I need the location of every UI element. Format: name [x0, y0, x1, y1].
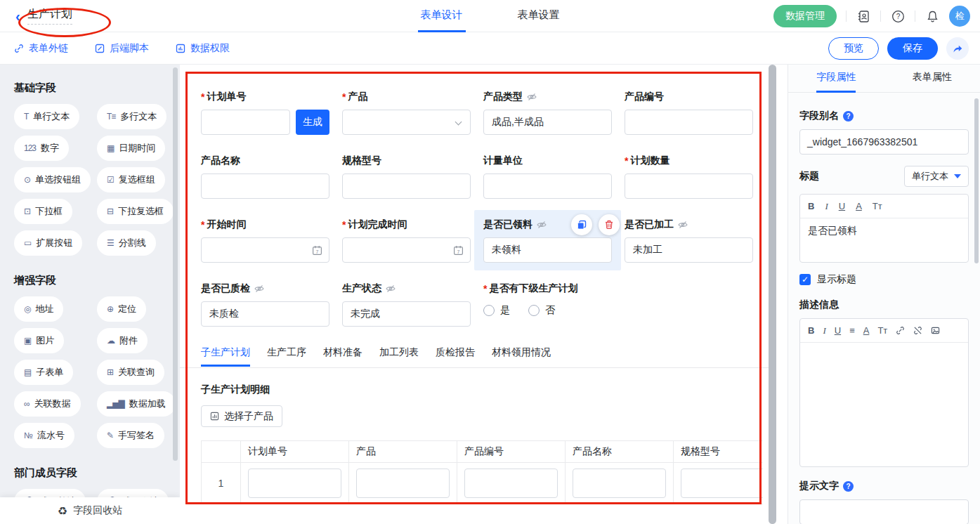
help-icon[interactable]: ?	[890, 8, 906, 24]
tab-field-properties[interactable]: 字段属性	[788, 65, 884, 92]
sidebar-item-dropdown[interactable]: ⊡下拉框	[14, 199, 72, 224]
row-product-code-input[interactable]	[464, 469, 558, 498]
avatar[interactable]: 检	[949, 6, 970, 27]
field-start-time[interactable]: *开始时间 7	[201, 218, 329, 263]
tab-form-design[interactable]: 表单设计	[418, 0, 466, 32]
show-title-checkbox-row[interactable]: ✓ 显示标题	[799, 273, 969, 286]
sidebar-item-subform[interactable]: ▤子表单	[14, 360, 73, 385]
external-link-action[interactable]: 表单外链	[14, 42, 68, 55]
font-color-icon[interactable]: A	[863, 325, 870, 336]
sidebar-item-radio-group[interactable]: ⊙单选按钮组	[14, 167, 91, 192]
checkbox-checked-icon[interactable]: ✓	[799, 274, 811, 285]
field-processed[interactable]: 是否已加工 未加工	[625, 218, 753, 263]
production-status-input[interactable]: 未完成	[342, 301, 471, 327]
field-product[interactable]: *产品	[342, 90, 471, 135]
title-editor-content[interactable]: 是否已领料	[800, 218, 968, 262]
subtab-material-preparation[interactable]: 材料准备	[323, 346, 362, 367]
italic-icon[interactable]: I	[823, 325, 825, 336]
field-unit[interactable]: 计量单位	[483, 154, 612, 199]
row-product-name-input[interactable]	[573, 469, 666, 498]
sidebar-item-signature[interactable]: ✎手写签名	[97, 423, 164, 448]
properties-scrollbar[interactable]	[974, 98, 979, 263]
field-product-code[interactable]: 产品编号	[625, 90, 753, 135]
radio-option-no[interactable]: 否	[528, 304, 555, 317]
field-product-name[interactable]: 产品名称	[201, 154, 329, 199]
subtab-processing-list[interactable]: 加工列表	[379, 346, 419, 367]
sidebar-item-attachment[interactable]: ☁附件	[97, 328, 148, 353]
bell-icon[interactable]	[925, 8, 940, 24]
align-icon[interactable]: ≡	[849, 325, 855, 336]
field-alias-input[interactable]: _widget_1667963382501	[799, 129, 969, 155]
unlink-icon[interactable]	[913, 326, 922, 335]
sidebar-item-serial-number[interactable]: №流水号	[14, 423, 74, 448]
sidebar-item-address[interactable]: ◎地址	[14, 296, 63, 322]
data-permission-action[interactable]: 数据权限	[176, 42, 230, 55]
font-color-icon[interactable]: A	[856, 201, 862, 211]
tab-form-properties[interactable]: 表单属性	[884, 65, 980, 92]
tab-form-settings[interactable]: 表单设置	[515, 0, 563, 32]
font-size-icon[interactable]: Tт	[877, 325, 887, 336]
save-button[interactable]: 保存	[887, 37, 938, 60]
sidebar-item-checkbox-group[interactable]: ☑复选框组	[97, 167, 165, 192]
field-plan-finish-time[interactable]: *计划完成时间 7	[342, 218, 471, 263]
canvas-scrollbar[interactable]	[769, 65, 776, 524]
plan-finish-time-input[interactable]: 7	[342, 237, 471, 263]
subtab-sub-production-plan[interactable]: 子生产计划	[201, 346, 250, 367]
sidebar-item-image[interactable]: ▣图片	[14, 328, 64, 353]
start-time-input[interactable]: 7	[201, 237, 329, 263]
sidebar-item-data-load[interactable]: ▂▅▇数据加载	[97, 391, 176, 417]
spec-model-input[interactable]	[342, 173, 471, 199]
font-size-icon[interactable]: Tт	[873, 201, 882, 211]
preview-button[interactable]: 预览	[828, 37, 879, 60]
link-icon[interactable]	[896, 326, 905, 335]
sidebar-item-related-query[interactable]: ⊞关联查询	[97, 360, 164, 385]
radio-option-yes[interactable]: 是	[483, 304, 510, 317]
title-type-select[interactable]: 单行文本	[904, 166, 969, 187]
hint-text-input[interactable]	[799, 499, 969, 524]
field-production-status[interactable]: 生产状态 未完成	[342, 282, 471, 327]
subtab-quality-report[interactable]: 质检报告	[436, 346, 475, 367]
plan-qty-input[interactable]	[625, 173, 753, 199]
processed-input[interactable]: 未加工	[625, 237, 753, 263]
underline-icon[interactable]: U	[839, 201, 845, 211]
plan-no-input[interactable]	[201, 110, 290, 135]
unit-input[interactable]	[483, 173, 612, 199]
subtab-production-process[interactable]: 生产工序	[267, 346, 306, 367]
page-title[interactable]: 生产计划	[27, 7, 72, 25]
subtab-material-usage[interactable]: 材料领用情况	[492, 346, 551, 367]
row-spec-model-input[interactable]	[681, 469, 763, 498]
field-quality-checked[interactable]: 是否已质检 未质检	[201, 282, 329, 327]
sidebar-item-number[interactable]: 123数字	[14, 136, 69, 161]
bold-icon[interactable]: B	[808, 201, 814, 211]
sidebar-item-divider[interactable]: ☰分割线	[97, 230, 156, 256]
italic-icon[interactable]: I	[825, 201, 828, 212]
bold-icon[interactable]: B	[808, 325, 814, 336]
copy-field-button[interactable]	[571, 214, 592, 235]
underline-icon[interactable]: U	[835, 325, 841, 336]
sidebar-item-location[interactable]: ⊕定位	[97, 296, 146, 322]
sidebar-item-multi-line-text[interactable]: T≡多行文本	[97, 104, 166, 129]
field-has-sub-plan[interactable]: *是否有下级生产计划 是 否	[483, 282, 753, 327]
sidebar-item-datetime[interactable]: ▦日期时间	[97, 136, 165, 161]
product-select[interactable]	[342, 110, 471, 135]
sidebar-item-related-data[interactable]: ∞关联数据	[14, 391, 81, 417]
field-product-type[interactable]: 产品类型 成品,半成品	[483, 90, 612, 135]
backend-script-action[interactable]: 后端脚本	[95, 42, 149, 55]
delete-field-button[interactable]	[599, 214, 620, 235]
row-plan-no-input[interactable]	[248, 469, 341, 498]
contacts-icon[interactable]	[856, 8, 871, 24]
product-name-input[interactable]	[201, 173, 329, 199]
sidebar-scrollbar[interactable]	[173, 67, 178, 461]
field-plan-no[interactable]: *计划单号 生成	[201, 90, 329, 135]
select-sub-product-button[interactable]: 选择子产品	[201, 405, 282, 427]
material-received-input[interactable]: 未领料	[483, 237, 612, 263]
sidebar-item-single-line-text[interactable]: T单行文本	[14, 104, 79, 129]
back-icon[interactable]: ‹	[15, 9, 20, 23]
row-product-input[interactable]	[356, 469, 450, 498]
insert-image-icon[interactable]	[931, 326, 940, 335]
share-button[interactable]	[946, 37, 969, 60]
field-plan-qty[interactable]: *计划数量	[625, 154, 753, 199]
help-circle-icon[interactable]: ?	[843, 111, 854, 122]
product-code-input[interactable]	[625, 110, 753, 135]
generate-button[interactable]: 生成	[296, 110, 329, 135]
